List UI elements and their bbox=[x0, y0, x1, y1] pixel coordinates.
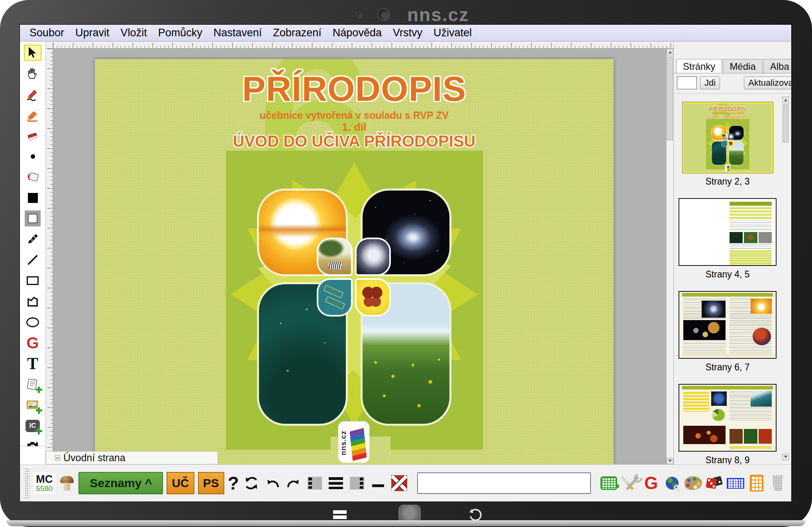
dice-button[interactable] bbox=[706, 474, 723, 492]
thumbnail-image-selected: 6 PŘÍRODOPIS učebnice vytvořená v soulad… bbox=[683, 102, 773, 173]
tab-alba[interactable]: Alba bbox=[763, 59, 791, 73]
panel-left-button[interactable] bbox=[306, 474, 324, 492]
ellipse-icon bbox=[26, 317, 39, 327]
add-interactive-tool[interactable]: IC bbox=[20, 415, 45, 436]
color-palette-button[interactable] bbox=[685, 474, 702, 492]
ellipse-tool[interactable] bbox=[20, 312, 45, 332]
highlighter-tool[interactable] bbox=[20, 104, 45, 125]
grid-tool[interactable]: G bbox=[20, 332, 45, 353]
palette-icon bbox=[685, 476, 702, 490]
mushroom-cap bbox=[60, 476, 74, 483]
selected-tool-highlight bbox=[24, 45, 41, 61]
thumbnail-caption: Strany 6, 7 bbox=[705, 362, 749, 373]
help-button[interactable]: ? bbox=[228, 472, 239, 494]
sidebar-scroll-up-button[interactable] bbox=[782, 96, 789, 103]
thumbnail-pages-6-7[interactable]: Strany 6, 7 bbox=[679, 291, 777, 373]
tab-stranky[interactable]: Stránky bbox=[676, 59, 722, 73]
trash-icon bbox=[772, 476, 784, 491]
scroll-up-button[interactable] bbox=[667, 49, 673, 55]
close-button[interactable] bbox=[390, 474, 408, 492]
line-icon bbox=[26, 253, 39, 267]
refresh-button[interactable]: Aktualizovat bbox=[744, 77, 791, 89]
add-image-tool[interactable] bbox=[20, 395, 45, 415]
menu-item-vlozit[interactable]: Vložit bbox=[115, 27, 153, 39]
rectangle-fill-tool[interactable] bbox=[20, 208, 45, 229]
flip-note-icon bbox=[25, 169, 40, 185]
filled-rectangle-tool[interactable] bbox=[20, 187, 45, 208]
page-number-input[interactable] bbox=[677, 77, 697, 89]
text-tool[interactable]: T bbox=[20, 353, 45, 374]
go-button[interactable]: Jdi bbox=[700, 77, 720, 89]
calculator-button[interactable] bbox=[748, 474, 765, 492]
mushroom-icon[interactable] bbox=[59, 474, 75, 492]
redo-button[interactable] bbox=[285, 474, 302, 492]
pan-tool[interactable] bbox=[20, 63, 45, 84]
scroll-thumb[interactable] bbox=[667, 57, 673, 140]
front-camera-small-icon bbox=[356, 12, 363, 19]
workbook-button[interactable]: PS bbox=[198, 472, 224, 494]
toolbar-grip[interactable] bbox=[25, 468, 29, 498]
line-tool[interactable] bbox=[20, 250, 45, 270]
pages-sidebar: Stránky Média Alba Jdi Aktualizovat 6 bbox=[673, 41, 791, 464]
sidebar-scroll-thumb[interactable] bbox=[783, 104, 788, 142]
eyedropper-tool[interactable] bbox=[20, 229, 45, 250]
web-search-button[interactable] bbox=[663, 474, 681, 492]
select-tool[interactable] bbox=[20, 42, 45, 63]
menu-item-zobrazeni[interactable]: Zobrazení bbox=[267, 27, 327, 39]
mobile-keyboard-button[interactable] bbox=[600, 474, 618, 492]
menu-item-upravit[interactable]: Upravit bbox=[70, 27, 115, 39]
eraser-tool[interactable] bbox=[20, 125, 45, 146]
textbook-button[interactable]: UČ bbox=[167, 472, 194, 494]
tablet-edge bbox=[6, 520, 806, 526]
search-input[interactable] bbox=[417, 472, 591, 494]
trash-button[interactable] bbox=[769, 474, 787, 492]
butterfly-figure bbox=[362, 285, 382, 308]
menu-item-soubor[interactable]: Soubor bbox=[24, 27, 70, 39]
tree-expander-icon[interactable] bbox=[55, 455, 60, 460]
menu-item-uzivatel[interactable]: Uživatel bbox=[428, 27, 477, 39]
zebra-figure bbox=[329, 262, 341, 269]
cover-subtitle: učebnice vytvořená v souladu s RVP ZV bbox=[95, 110, 614, 121]
sidebar-scroll-down-button[interactable] bbox=[782, 454, 789, 460]
add-note-tool[interactable] bbox=[20, 374, 45, 395]
bezel-menu-button[interactable] bbox=[333, 510, 347, 520]
thumbnail-pages-4-5[interactable]: Strany 4, 5 bbox=[679, 198, 777, 280]
lines-button[interactable] bbox=[327, 474, 345, 492]
rectangle-outline-tool[interactable] bbox=[20, 270, 45, 291]
canvas-scrollbar[interactable] bbox=[666, 49, 673, 464]
menu-item-vrstvy[interactable]: Vrstvy bbox=[387, 27, 428, 39]
cover-heading: ÚVOD DO UČIVA PŘÍRODOPISU bbox=[95, 132, 614, 150]
settings-tools-button[interactable] bbox=[621, 474, 639, 492]
mushroom-stem bbox=[64, 483, 70, 491]
polygon-tool[interactable] bbox=[20, 291, 45, 312]
lists-button[interactable]: Seznamy ^ bbox=[78, 472, 163, 494]
pencil-tool[interactable] bbox=[20, 84, 45, 104]
tab-media[interactable]: Média bbox=[723, 59, 762, 73]
thumbnail-pages-2-3[interactable]: 6 PŘÍRODOPIS učebnice vytvořená v soulad… bbox=[683, 102, 773, 187]
thumbnail-pages-8-9[interactable]: Strany 8, 9 bbox=[679, 384, 777, 466]
menu-item-pomucky[interactable]: Pomůcky bbox=[153, 27, 208, 39]
keyboard-button[interactable] bbox=[727, 474, 744, 492]
pencil-icon bbox=[25, 87, 40, 101]
minimize-button[interactable] bbox=[369, 474, 387, 492]
menu-item-napoveda[interactable]: Nápověda bbox=[327, 27, 387, 39]
undo-button[interactable] bbox=[264, 474, 281, 492]
canvas[interactable]: 6 PŘÍRODOPIS učebnice vytvořená v soulad… bbox=[53, 49, 666, 464]
thumbnail-caption: Strany 4, 5 bbox=[705, 269, 749, 280]
google-button[interactable]: G bbox=[642, 474, 660, 492]
mini-earth-photo bbox=[753, 328, 771, 346]
plus-icon bbox=[36, 428, 42, 435]
scroll-down-button[interactable] bbox=[667, 458, 673, 464]
panel-right-button[interactable] bbox=[348, 474, 366, 492]
point-tool[interactable] bbox=[20, 146, 45, 167]
reload-button[interactable] bbox=[243, 474, 260, 492]
photo-telescope-petal bbox=[728, 134, 734, 140]
butterfly-figure bbox=[729, 142, 732, 145]
nns-logo-rainbow-book-icon bbox=[727, 166, 730, 171]
flip-note-tool[interactable] bbox=[20, 167, 45, 187]
mini-cover: 6 PŘÍRODOPIS učebnice vytvořená v soulad… bbox=[684, 104, 771, 171]
white-square-icon bbox=[28, 214, 37, 223]
plus-icon bbox=[36, 387, 42, 393]
cover-art-box bbox=[706, 119, 749, 169]
menu-item-nastaveni[interactable]: Nastavení bbox=[208, 27, 268, 39]
